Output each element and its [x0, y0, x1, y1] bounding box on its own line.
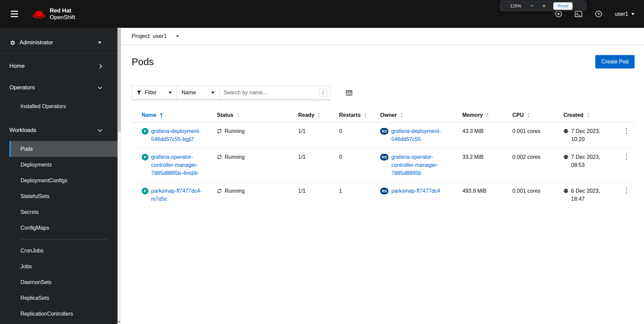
pod-link[interactable]: grafana-deployment-546dd57c55-bgjl7	[151, 127, 210, 143]
ready-value: 1/1	[298, 182, 339, 208]
main-content: Project: user1 Pods Create Pod Filter Na…	[121, 28, 644, 324]
pods-table: Name Status Ready Restarts	[132, 108, 635, 208]
quick-create-button[interactable]	[555, 10, 562, 17]
operators-subnav: Installed Operators	[9, 98, 118, 114]
workloads-subnav: Pods Deployments DeploymentConfigs State…	[9, 141, 118, 322]
sidebar-item-deployments[interactable]: Deployments	[9, 157, 118, 173]
pod-badge: P	[142, 188, 148, 194]
chevron-right-icon	[98, 64, 102, 68]
ready-value: 1/1	[298, 148, 339, 182]
sidebar-item-statefulsets[interactable]: StatefulSets	[9, 188, 118, 204]
column-management-button[interactable]	[346, 90, 352, 96]
masthead-actions: ? user1	[555, 10, 635, 18]
sidebar-scrollbar[interactable]	[118, 28, 121, 324]
sort-icon	[527, 113, 530, 118]
sidebar-item-jobs[interactable]: Jobs	[9, 259, 118, 274]
create-pod-button[interactable]: Create Pod	[595, 55, 635, 68]
nav-label: Workloads	[9, 127, 36, 134]
owner-link[interactable]: grafana-operator-controller-manager-7885…	[391, 153, 449, 177]
sidebar-item-installed-operators[interactable]: Installed Operators	[9, 98, 118, 114]
columns-icon	[346, 90, 352, 96]
chevron-down-icon	[98, 42, 101, 44]
pod-badge: P	[142, 154, 148, 160]
hamburger-icon	[11, 11, 18, 12]
brand-text: Red Hat OpenShift	[50, 7, 75, 21]
memory-value: 33.2 MiB	[462, 148, 512, 182]
sidebar-item-cronjobs[interactable]: CronJobs	[9, 243, 118, 259]
sort-icon	[237, 113, 239, 118]
sidebar-item-replicationcontrollers[interactable]: ReplicationControllers	[9, 306, 118, 322]
restarts-value: 0	[339, 123, 380, 148]
page-header: Pods Create Pod	[121, 45, 644, 68]
web-terminal-button[interactable]	[575, 10, 582, 18]
brand-logo[interactable]: Red Hat OpenShift	[32, 7, 75, 21]
table-header-row: Name Status Ready Restarts	[132, 108, 635, 123]
column-header-ready[interactable]: Ready	[298, 112, 320, 118]
zoom-level: 125%	[510, 3, 521, 8]
zoom-reset-button[interactable]: Reset	[553, 2, 572, 10]
owner-link[interactable]: parksmap-ff7477dc4	[391, 187, 440, 195]
page-title: Pods	[132, 56, 154, 67]
sort-icon	[587, 113, 590, 118]
sidebar-item-home[interactable]: Home	[0, 55, 118, 77]
nav-label: Operators	[9, 84, 35, 91]
user-menu[interactable]: user1	[615, 11, 635, 17]
sidebar-item-secrets[interactable]: Secrets	[9, 204, 118, 220]
owner-link[interactable]: grafana-deployment-546dd57c55	[391, 127, 449, 143]
sidebar-item-daemonsets[interactable]: DaemonSets	[9, 274, 118, 290]
restarts-value: 0	[339, 148, 380, 182]
pod-link[interactable]: grafana-operator-controller-manager-7885…	[151, 153, 210, 177]
kebab-menu-button[interactable]: ⋮	[620, 127, 633, 134]
column-header-cpu[interactable]: CPU	[512, 112, 530, 118]
sidebar-item-replicasets[interactable]: ReplicaSets	[9, 290, 118, 306]
browser-zoom-popup: 125% − + Reset	[500, 1, 586, 11]
column-header-name[interactable]: Name	[142, 112, 163, 118]
terminal-icon	[575, 10, 582, 18]
search-input[interactable]	[220, 85, 330, 100]
globe-timestamp-icon	[563, 129, 568, 134]
sort-icon	[486, 113, 489, 118]
sidebar-item-operators[interactable]: Operators	[0, 77, 118, 98]
column-header-created[interactable]: Created	[563, 112, 590, 118]
sort-icon	[318, 113, 320, 118]
column-header-restarts[interactable]: Restarts	[339, 112, 367, 118]
filter-funnel-icon	[137, 90, 141, 95]
attribute-dropdown[interactable]: Name	[177, 85, 220, 100]
zoom-out-button[interactable]: −	[528, 3, 536, 9]
column-header-owner[interactable]: Owner	[380, 112, 403, 118]
question-circle-icon: ?	[595, 10, 602, 17]
created-value: 7 Dec 2023, 10:20	[571, 127, 611, 143]
column-header-status[interactable]: Status	[217, 112, 239, 118]
sidebar-item-pods[interactable]: Pods	[9, 141, 118, 157]
brand-line1: Red Hat	[50, 7, 75, 14]
memory-value: 43.3 MiB	[462, 123, 512, 148]
shortcut-hint: /	[319, 89, 327, 97]
sidebar-item-workloads[interactable]: Workloads	[0, 120, 118, 141]
sort-ascending-icon	[160, 113, 163, 118]
running-sync-icon	[217, 154, 222, 159]
pod-link[interactable]: parksmap-ff7477dc4-m7d5c	[151, 187, 210, 203]
scrollbar-down-arrow[interactable]	[118, 321, 121, 323]
zoom-in-button[interactable]: +	[540, 3, 548, 9]
project-selector[interactable]: Project: user1	[132, 33, 179, 40]
kebab-menu-button[interactable]: ⋮	[620, 153, 633, 160]
sidebar-item-configmaps[interactable]: ConfigMaps	[9, 220, 118, 236]
scrollbar-thumb[interactable]	[118, 29, 121, 132]
sidebar-nav: Administrator Home Operators Installed O…	[0, 28, 118, 324]
perspective-switcher[interactable]: Administrator	[0, 32, 118, 53]
cpu-value: 0.002 cores	[512, 148, 563, 182]
svg-text:?: ?	[597, 12, 600, 16]
sort-icon	[400, 113, 403, 118]
column-header-memory[interactable]: Memory	[462, 112, 489, 118]
table-row: P parksmap-ff7477dc4-m7d5c Running 1/1	[132, 182, 635, 208]
nav-label: Home	[9, 63, 25, 70]
chevron-down-icon	[631, 13, 635, 15]
sort-icon	[364, 113, 367, 118]
sidebar-item-deploymentconfigs[interactable]: DeploymentConfigs	[9, 173, 118, 188]
menu-toggle-button[interactable]	[10, 9, 19, 19]
brand-line2: OpenShift	[50, 14, 75, 21]
filter-dropdown[interactable]: Filter	[132, 85, 177, 100]
globe-timestamp-icon	[563, 188, 568, 193]
kebab-menu-button[interactable]: ⋮	[620, 187, 633, 194]
help-button[interactable]: ?	[595, 10, 602, 17]
